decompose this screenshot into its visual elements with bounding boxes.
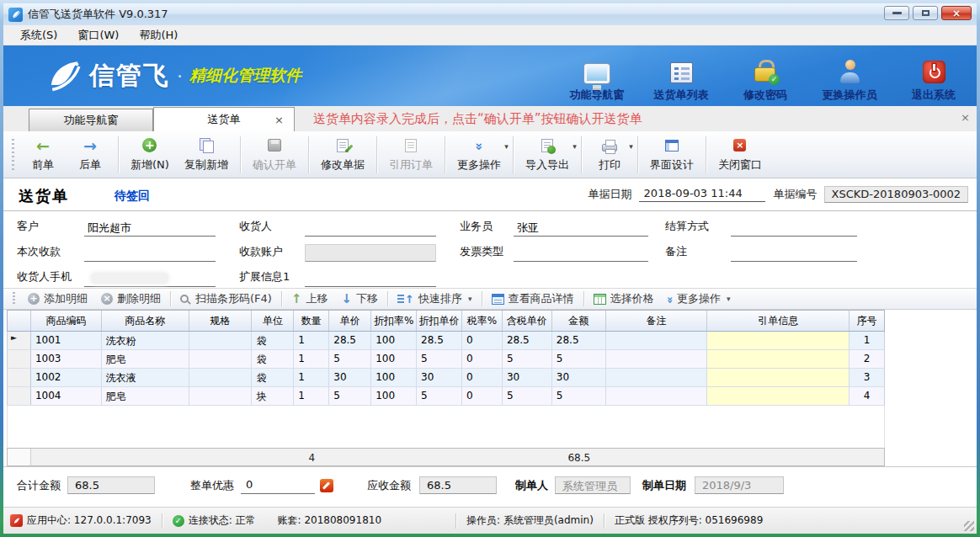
row-selector[interactable]: ► (8, 332, 31, 349)
toolbar-separator (240, 136, 241, 173)
column-header[interactable]: 折扣率% (371, 311, 417, 331)
ext1-field[interactable] (305, 269, 436, 287)
toolbar-button-print[interactable]: 打印 ▾ (586, 136, 633, 174)
detail-button-move-down[interactable]: ↓ 下移 (334, 291, 385, 306)
header-nav-exit[interactable]: 退出系统 (903, 51, 965, 103)
toolbar-grip[interactable] (12, 139, 14, 171)
payment-label: 本次收款 (17, 244, 84, 262)
detail-button-delete-row[interactable]: × 删除明细 (94, 291, 168, 306)
header-nav-change-password[interactable]: ✓ 修改密码 (734, 51, 796, 103)
payment-field[interactable] (84, 244, 216, 262)
row-selector[interactable] (8, 369, 31, 386)
tabbar-close-icon[interactable]: × (961, 111, 970, 124)
maker-label: 制单人 (515, 478, 548, 493)
toolbar-button-ui-design[interactable]: 界面设计 (642, 136, 701, 174)
invoice-field[interactable] (514, 244, 648, 262)
header-nav-switch-operator[interactable]: 更换操作员 (818, 51, 881, 103)
table-row[interactable]: 1002 洗衣液 袋 1 30 100 30 0 30 30 3 (7, 369, 885, 387)
detail-button-more[interactable]: » 更多操作 ▾ (661, 291, 738, 306)
row-selector[interactable] (8, 387, 31, 405)
column-header[interactable]: 单位 (252, 311, 294, 331)
column-header[interactable]: 单价 (329, 311, 371, 331)
customer-field[interactable]: 阳光超市 (84, 219, 216, 237)
add-icon: + (142, 138, 157, 152)
account-field (305, 244, 436, 262)
delete-circle-icon: × (101, 293, 113, 305)
column-header[interactable]: 税率% (462, 311, 503, 331)
close-button[interactable]: × (941, 6, 972, 20)
toolbar-button-new[interactable]: + 新增(N) (123, 136, 177, 174)
document-icon (405, 139, 417, 152)
toolbar-button-next[interactable]: → 后单 (67, 136, 114, 174)
table-row[interactable]: 1003 肥皂 袋 1 5 100 5 0 5 5 2 (7, 350, 885, 369)
maximize-button[interactable] (913, 6, 938, 20)
salesman-field[interactable]: 张亚 (514, 219, 648, 237)
detail-toolbar-grip[interactable] (13, 292, 15, 306)
discount-field[interactable]: 0 (241, 476, 315, 494)
settle-field[interactable] (731, 219, 857, 237)
brand-logo: 信管飞 · 精细化管理软件 (45, 57, 301, 94)
sort-icon: ↑ (397, 293, 414, 306)
column-header[interactable]: 商品编码 (31, 311, 102, 331)
tab-close-icon[interactable]: × (274, 114, 284, 126)
toolbar-separator (706, 136, 706, 173)
toolbar-separator (376, 136, 377, 173)
toolbar-button-more[interactable]: » 更多操作 ▾ (450, 136, 509, 174)
column-header[interactable]: 数量 (294, 311, 329, 331)
toolbar-separator (308, 136, 309, 173)
doc-date-field[interactable]: 2018-09-03 11:44 (639, 187, 765, 202)
toolbar-button-copy-new[interactable]: 复制新增 (177, 136, 236, 174)
detail-button-view-product[interactable]: 查看商品详情 (485, 291, 581, 306)
toolbar-button-confirm[interactable]: 确认开单 (245, 136, 304, 174)
toolbar-button-prev[interactable]: ← 前单 (19, 136, 67, 174)
minimize-button[interactable] (884, 6, 909, 20)
toolbar-button-edit-doc[interactable]: 修改单据 (313, 136, 372, 174)
lock-icon: ✓ (754, 60, 776, 83)
phone-field[interactable] (84, 269, 216, 287)
detail-button-quick-sort[interactable]: ↑ 快速排序 ▾ (391, 291, 478, 306)
detail-button-move-up[interactable]: ↑ 上移 (285, 291, 335, 306)
detail-separator (281, 291, 282, 306)
receiver-field[interactable] (305, 219, 436, 237)
header-nav-navigator[interactable]: 功能导航窗 (566, 51, 628, 103)
column-header[interactable]: 规格 (189, 311, 253, 331)
remark-field[interactable] (731, 244, 857, 262)
detail-button-select-price[interactable]: 选择价格 (587, 291, 661, 306)
table-row[interactable]: ► 1001 洗衣粉 袋 1 28.5 100 28.5 0 28.5 28.5… (7, 332, 885, 350)
toolbar-button-close-window[interactable]: × 关闭窗口 (711, 136, 770, 174)
column-header[interactable]: 备注 (606, 311, 708, 331)
copy-icon (200, 138, 213, 152)
column-header[interactable]: 引单信息 (707, 311, 850, 331)
column-header[interactable]: 商品名称 (102, 311, 189, 331)
brand-separator: · (177, 66, 183, 87)
menu-help[interactable]: 帮助(H) (130, 26, 186, 45)
column-header[interactable]: 折扣单价 (417, 311, 462, 331)
tab-navigator[interactable]: 功能导航窗 (29, 109, 153, 131)
status-bar: 应用中心: 127.0.0.1:7093 ✓ 连接状态: 正常 账套: 2018… (3, 507, 977, 534)
row-selector[interactable] (8, 350, 31, 368)
menu-window[interactable]: 窗口(W) (69, 26, 127, 45)
brand-header: 信管飞 · 精细化管理软件 功能导航窗 送货单列表 ✓ 修改密码 (3, 45, 977, 106)
tab-delivery-order[interactable]: 送货单 × (153, 107, 295, 131)
table-header-row: 商品编码 商品名称 规格 单位 数量 单价 折扣率% 折扣单价 税率% 含税单价… (7, 310, 885, 332)
check-badge-icon: ✓ (769, 74, 780, 85)
detail-toolbar: + 添加明细 × 删除明细 扫描条形码(F4) ↑ 上移 ↓ 下移 (3, 288, 977, 310)
toolbar-button-import-export[interactable]: 导入导出 ▾ (518, 136, 577, 174)
column-header[interactable]: 金额 (552, 311, 606, 331)
resize-grip[interactable] (964, 521, 974, 531)
doc-date-label: 单据日期 (589, 187, 632, 202)
salesman-label: 业务员 (460, 219, 514, 237)
column-header[interactable]: 序号 (850, 311, 884, 331)
detail-button-add-row[interactable]: + 添加明细 (21, 291, 94, 306)
toolbar-button-ref-order[interactable]: 引用订单 (381, 136, 440, 174)
edit-discount-icon[interactable] (320, 479, 333, 492)
detail-button-scan-barcode[interactable]: 扫描条形码(F4) (173, 291, 279, 306)
doc-header: 送货单 待签回 单据日期 2018-09-03 11:44 单据编号 XSCKD… (3, 178, 977, 211)
column-header[interactable]: 含税单价 (503, 311, 552, 331)
status-separator (604, 513, 605, 529)
table-row[interactable]: 1004 肥皂 块 1 5 100 5 0 5 5 4 (7, 387, 885, 406)
add-circle-icon: + (28, 293, 40, 305)
menu-system[interactable]: 系统(S) (12, 26, 66, 45)
header-nav-delivery-list[interactable]: 送货单列表 (650, 51, 712, 103)
move-up-icon: ↑ (291, 291, 302, 306)
